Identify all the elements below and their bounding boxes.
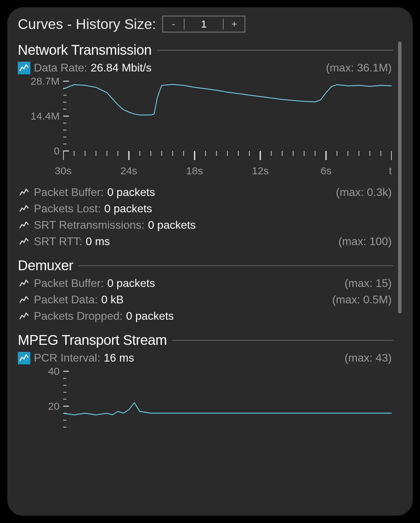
y-tick-label: 40 — [48, 365, 60, 377]
section-header-demuxer: Demuxer — [18, 258, 402, 273]
metric-label: Packets Lost: — [34, 202, 101, 215]
metric-label: Packet Buffer: — [34, 186, 104, 199]
chart-toggle-icon[interactable] — [18, 203, 30, 215]
section-title: Demuxer — [18, 258, 73, 273]
stepper-increment-button[interactable]: + — [224, 16, 245, 32]
metric-packets-lost: Packets Lost: 0 packets — [18, 202, 402, 215]
metric-label: SRT RTT: — [34, 235, 82, 248]
metric-label: Data Rate: — [34, 61, 87, 74]
scroll-content: Network Transmission Data Rate: 26.84 Mb… — [18, 39, 402, 514]
stepper-value[interactable]: 1 — [185, 16, 223, 32]
chart-toggle-icon[interactable] — [18, 294, 30, 306]
chart-toggle-icon[interactable] — [18, 277, 30, 290]
metric-label: PCR Interval: — [34, 351, 100, 364]
metric-value: 0 kB — [101, 293, 123, 306]
metric-srt-rtt: SRT RTT: 0 ms (max: 100) — [18, 235, 402, 248]
panel-title: Curves - History Size: — [18, 16, 156, 32]
chart-toggle-icon[interactable] — [18, 219, 30, 232]
history-size-stepper[interactable]: - 1 + — [162, 16, 245, 32]
chart-toggle-icon[interactable] — [18, 352, 30, 364]
chart-x-axis: 30s 24s 18s 12s 6s t — [63, 165, 392, 180]
metric-demuxer-packet-buffer: Packet Buffer: 0 packets (max: 15) — [18, 277, 402, 290]
metric-data-rate: Data Rate: 26.84 Mbit/s (max: 36.1M) — [18, 61, 402, 74]
section-header-network: Network Transmission — [18, 42, 402, 58]
chart-toggle-icon[interactable] — [18, 235, 30, 248]
y-tick-label: 0 — [54, 145, 60, 157]
metric-max: (max: 36.1M) — [326, 61, 392, 74]
chart-toggle-icon[interactable] — [18, 62, 30, 74]
section-title: Network Transmission — [18, 42, 151, 58]
x-tick-label: 12s — [252, 165, 269, 177]
metric-label: Packets Dropped: — [34, 310, 122, 323]
x-tick-label: 24s — [120, 165, 137, 177]
metric-value: 0 packets — [148, 219, 196, 232]
chart-pcr-interval: 40 20 — [18, 368, 402, 431]
metric-demuxer-packets-dropped: Packets Dropped: 0 packets — [18, 310, 402, 323]
stepper-decrement-button[interactable]: - — [163, 16, 184, 32]
metric-value: 0 packets — [104, 202, 152, 215]
metric-max: (max: 100) — [338, 235, 392, 248]
metric-value: 26.84 Mbit/s — [91, 61, 151, 74]
metric-value: 0 packets — [107, 186, 155, 199]
metric-pcr-interval: PCR Interval: 16 ms (max: 43) — [18, 351, 402, 364]
chart-data-rate: 28.7M 14.4M 0 30s 24s 18s 12s 6s t — [18, 78, 402, 182]
metric-value: 0 ms — [86, 235, 110, 248]
metric-demuxer-packet-data: Packet Data: 0 kB (max: 0.5M) — [18, 293, 402, 306]
section-rule — [79, 265, 393, 266]
x-tick-label: 18s — [186, 165, 203, 177]
metric-srt-retransmissions: SRT Retransmissions: 0 packets — [18, 219, 402, 232]
metric-max: (max: 43) — [345, 351, 392, 364]
chart-toggle-icon[interactable] — [18, 310, 30, 323]
x-tick-label: 30s — [55, 165, 72, 177]
metric-label: SRT Retransmissions: — [34, 219, 144, 232]
metric-packet-buffer: Packet Buffer: 0 packets (max: 0.3k) — [18, 186, 402, 199]
y-tick-label: 28.7M — [31, 75, 60, 87]
metric-max: (max: 0.3k) — [336, 186, 392, 199]
x-tick-label: 6s — [321, 165, 332, 177]
chart-svg — [63, 78, 392, 168]
y-tick-label: 20 — [48, 400, 60, 412]
metric-value: 16 ms — [104, 351, 134, 364]
chart-svg — [63, 368, 392, 438]
section-title: MPEG Transport Stream — [18, 332, 167, 348]
section-rule — [172, 340, 393, 341]
y-tick-label: 14.4M — [31, 110, 60, 122]
curves-panel: Curves - History Size: - 1 + Network Tra… — [6, 6, 414, 517]
chart-toggle-icon[interactable] — [18, 186, 30, 199]
section-header-mpeg: MPEG Transport Stream — [18, 332, 402, 348]
metric-value: 0 packets — [126, 310, 174, 323]
metric-label: Packet Buffer: — [34, 277, 104, 290]
metric-value: 0 packets — [107, 277, 155, 290]
metric-max: (max: 0.5M) — [332, 293, 392, 306]
panel-header: Curves - History Size: - 1 + — [18, 16, 402, 32]
section-rule — [157, 50, 393, 51]
x-tick-label: t — [389, 165, 392, 177]
metric-label: Packet Data: — [34, 293, 98, 306]
metric-max: (max: 15) — [345, 277, 392, 290]
